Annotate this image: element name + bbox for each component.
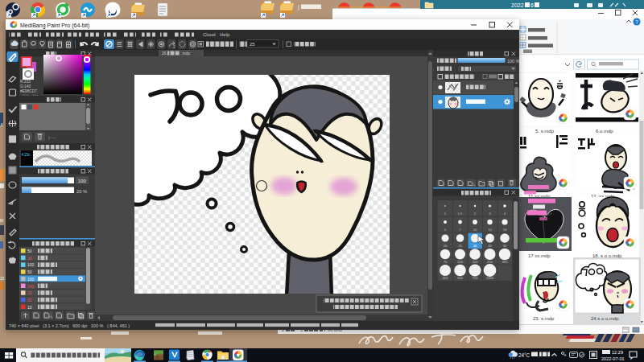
- svg-text:50: 50: [27, 269, 32, 274]
- svg-text:25: 25: [250, 42, 255, 47]
- svg-text:40: 40: [488, 244, 492, 248]
- svg-text:MediBang Paint Pro (64-bit): MediBang Paint Pro (64-bit): [20, 23, 89, 29]
- svg-text:Help: Help: [220, 32, 230, 37]
- svg-text:150: 150: [473, 260, 479, 264]
- svg-text:500: 500: [457, 276, 464, 280]
- svg-text:|----: |----: [48, 135, 56, 140]
- svg-text:30: 30: [27, 256, 32, 261]
- svg-text:10: 10: [27, 305, 32, 310]
- svg-text:50: 50: [27, 249, 32, 253]
- svg-text:15: 15: [0, 276, 5, 281]
- svg-text:4.23c: 4.23c: [22, 153, 31, 157]
- svg-text:6: 6: [1, 122, 3, 127]
- svg-text:1000: 1000: [486, 276, 494, 280]
- svg-text:740 × 640 pixel (3.1 × 2.7cm: 740 × 640 pixel (3.1 × 2.7cm) 600 dpi 10…: [9, 323, 130, 328]
- svg-text:6.o.mdp: 6.o.mdp: [596, 129, 613, 134]
- svg-text:2022-07-01: 2022-07-01: [601, 356, 625, 361]
- svg-text:R:233: R:233: [20, 80, 31, 84]
- svg-text:12:29: 12:29: [612, 350, 623, 355]
- svg-text:50: 50: [503, 244, 507, 248]
- svg-text:100: 100: [27, 262, 35, 267]
- svg-text:24.s o o.mdp: 24.s o o.mdp: [591, 316, 619, 321]
- svg-text:.mdp: .mdp: [181, 51, 190, 56]
- svg-text:20: 20: [444, 244, 448, 248]
- svg-text:30: 30: [473, 244, 477, 248]
- svg-text:400: 400: [443, 276, 449, 280]
- svg-text:17 xx.mdp: 17 xx.mdp: [528, 253, 551, 258]
- svg-text:26.: 26.: [162, 51, 167, 56]
- svg-text:M: M: [0, 218, 3, 223]
- svg-text:25: 25: [458, 244, 462, 248]
- svg-text:200: 200: [487, 260, 493, 264]
- svg-text:12: 12: [488, 228, 492, 232]
- svg-text:100: 100: [78, 179, 86, 183]
- svg-text:2022: 2022: [511, 2, 524, 8]
- svg-text:1.5: 1.5: [458, 212, 463, 216]
- svg-text:5. s.mdp: 5. s.mdp: [535, 129, 555, 134]
- svg-text:15: 15: [503, 228, 507, 232]
- svg-text:?: ?: [635, 19, 638, 25]
- svg-text:#E98CD7: #E98CD7: [20, 89, 37, 93]
- svg-text:6: 6: [530, 2, 534, 8]
- svg-text:G:140: G:140: [20, 84, 31, 88]
- svg-text:243: 243: [27, 284, 35, 289]
- svg-text:300: 300: [502, 260, 509, 264]
- svg-text:70: 70: [444, 260, 448, 264]
- svg-text:|: |: [298, 4, 299, 10]
- svg-text:700: 700: [473, 276, 479, 280]
- svg-text:100: 100: [457, 260, 464, 264]
- svg-text:24°C: 24°C: [518, 352, 530, 358]
- svg-text:10: 10: [473, 228, 477, 232]
- svg-text:100 %: 100 %: [507, 59, 519, 64]
- svg-text:32: 32: [27, 298, 32, 302]
- svg-text:22: 22: [27, 290, 32, 295]
- svg-text:100: 100: [27, 277, 35, 282]
- svg-text:18. s o o.mdp: 18. s o o.mdp: [592, 253, 622, 258]
- svg-text:20 %: 20 %: [76, 189, 87, 194]
- svg-text:23. s.mdp: 23. s.mdp: [533, 316, 555, 321]
- svg-text:Cloud: Cloud: [203, 32, 216, 37]
